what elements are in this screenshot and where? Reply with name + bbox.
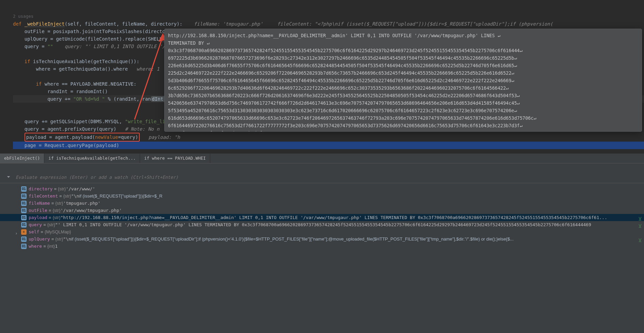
- breadcrumb-item[interactable]: if where == PAYLOAD.WHEI: [140, 154, 210, 163]
- code-line: def _webFileInject(self, fileContent, fi…: [13, 21, 553, 27]
- var-name: fileName: [29, 200, 50, 207]
- chevron-down-icon[interactable]: [6, 175, 11, 179]
- variables-tree[interactable]: 01directory={str} '/var/www/'01fileConte…: [0, 183, 644, 333]
- var-value: "\n: [71, 192, 79, 200]
- var-value: "http://192.168.88.150/inject.php?name=_…: [61, 214, 607, 221]
- evaluate-expression-input[interactable]: [15, 174, 644, 180]
- var-value: 1: [55, 243, 58, 250]
- code-line: query += getSQLSnippet(DBMS.MYSQL, "writ…: [13, 119, 174, 124]
- type-badge-icon: 01: [21, 201, 27, 206]
- code-line: randInt = randomInt(): [13, 89, 108, 94]
- breadcrumb-item[interactable]: if isTechniqueAvailable(getTech...: [44, 154, 140, 163]
- var-name: fileContent: [29, 192, 58, 200]
- watch-bar: [0, 163, 644, 183]
- type-badge-icon: ≡: [21, 229, 27, 235]
- variable-row[interactable]: 01fileContent={str} "\nif (isset($_REQUE…: [0, 192, 644, 200]
- var-type: {str}: [52, 207, 60, 214]
- type-badge-icon: 01: [21, 193, 27, 199]
- usages-hint[interactable]: 2 usages: [13, 14, 33, 19]
- var-name: outFile: [29, 207, 47, 214]
- variable-row[interactable]: 01uplQuery={str} "\nif (isset($_REQUEST[…: [0, 235, 644, 243]
- code-line: query = "" query: "' LIMIT 0,1 INTO OUTF…: [13, 44, 174, 49]
- breadcrumb-item[interactable]: ebFileInject(): [0, 154, 44, 163]
- var-type: {str}: [47, 221, 55, 228]
- code-line: where = getTechniqueData().where where: …: [13, 66, 159, 72]
- ide-root: 2 usages def _webFileInject(self, fileCo…: [0, 0, 644, 333]
- code-line: payload = agent.payload(newValue=query) …: [13, 134, 180, 140]
- view-link[interactable]: V: [639, 215, 641, 221]
- variable-row[interactable]: ›≡self={MySQLMap}: [0, 228, 644, 235]
- var-name: self: [29, 228, 39, 235]
- variable-row[interactable]: 01directory={str} '/var/www/': [0, 185, 644, 192]
- type-badge-icon: 01: [21, 222, 27, 228]
- variable-row[interactable]: 01payload={str} "http://192.168.88.150/i…: [0, 214, 644, 221]
- var-name: directory: [29, 185, 52, 192]
- type-badge-icon: 01: [21, 215, 27, 220]
- code-line: uplQuery = getUnicode(fileContent).repla…: [13, 36, 174, 42]
- var-name: where: [29, 243, 42, 250]
- code-line: query = agent.prefixQuery(query) # Note:…: [13, 126, 159, 132]
- variable-row[interactable]: 01query={str} "' LIMIT 0,1 INTO OUTFILE …: [0, 221, 644, 228]
- type-badge-icon: 01: [21, 208, 27, 213]
- type-badge-icon: 01: [21, 236, 27, 242]
- var-value: '/var/www/': [66, 185, 95, 192]
- code-line: if where == PAYLOAD.WHERE.NEGATIVE:: [13, 81, 136, 87]
- var-value: 'tmpugaur.php': [63, 200, 101, 207]
- var-value: "\n: [63, 235, 71, 243]
- breadcrumb-bar: ebFileInject() if isTechniqueAvailable(g…: [0, 154, 644, 163]
- debug-panel: 01directory={str} '/var/www/'01fileConte…: [0, 163, 644, 333]
- code-line-current: page = Request.queryPage(payload): [13, 142, 644, 149]
- view-link[interactable]: V: [639, 236, 641, 243]
- value-tooltip: http://192.168.88.150/inject.php?name=__…: [164, 29, 642, 132]
- variable-row[interactable]: 01outFile={str} '/var/www/tmpugaur.php': [0, 207, 644, 214]
- var-type: {str}: [58, 185, 66, 192]
- var-type: {str}: [63, 192, 71, 200]
- view-link[interactable]: V: [639, 222, 641, 228]
- var-type: {str}: [55, 235, 63, 243]
- var-name: query: [29, 221, 42, 228]
- var-type: {str}: [55, 200, 63, 207]
- type-badge-icon: 01: [21, 186, 27, 192]
- type-badge-icon: 01: [21, 244, 27, 249]
- var-type: {int}: [47, 243, 55, 250]
- code-line: if isTechniqueAvailable(getTechnique()):: [13, 59, 139, 64]
- var-type: {str}: [52, 214, 60, 221]
- var-value: '/var/www/tmpugaur.php': [61, 207, 122, 214]
- var-name: payload: [29, 214, 47, 221]
- var-name: uplQuery: [29, 235, 50, 243]
- var-value: "' LIMIT 0,1 INTO OUTFILE '/var/www/tmpu…: [55, 221, 591, 228]
- variable-row[interactable]: 01where={int} 1: [0, 243, 644, 250]
- variable-row[interactable]: 01fileName={str} 'tmpugaur.php': [0, 200, 644, 207]
- var-type: {MySQLMap}: [45, 228, 71, 235]
- expand-icon[interactable]: ›: [16, 230, 17, 235]
